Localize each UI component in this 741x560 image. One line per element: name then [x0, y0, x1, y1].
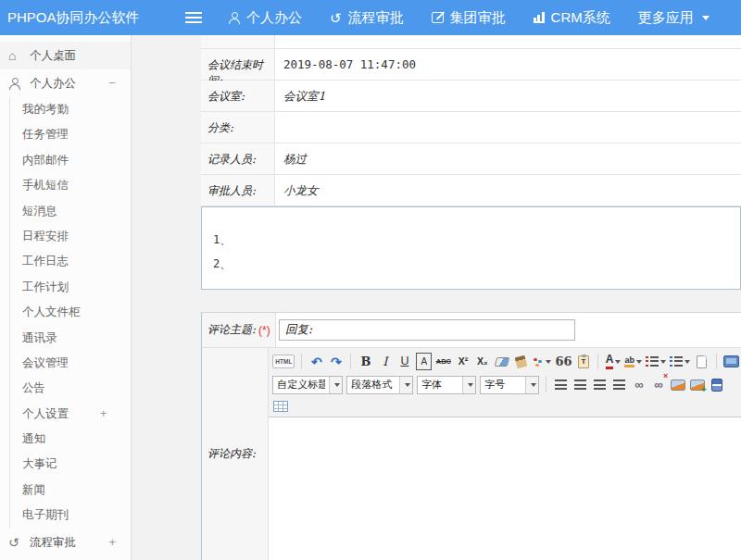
- toolbar-row-3: [270, 396, 741, 416]
- insert-media-icon[interactable]: [709, 376, 724, 393]
- rich-text-editor: HTML ↶ ↷ B I U A ABC X² X₂: [269, 348, 741, 560]
- sidebar-item-file-cabinet[interactable]: 个人文件柜: [10, 300, 131, 325]
- field-label: 会议室:: [201, 81, 275, 111]
- app-title: PHPOA协同办公软件: [0, 9, 174, 27]
- field-label: 会议结束时间:: [201, 49, 275, 80]
- align-justify-icon[interactable]: [611, 376, 627, 393]
- sidebar-item-task-management[interactable]: 任务管理: [10, 122, 131, 147]
- unordered-list-button[interactable]: [670, 353, 690, 370]
- align-center-icon[interactable]: [572, 376, 588, 393]
- content-line: 1、: [213, 228, 740, 252]
- comment-subject-input[interactable]: [279, 319, 575, 341]
- sidebar-item-meeting-management[interactable]: 会议管理: [10, 351, 131, 376]
- table-row-category: 分类:: [201, 112, 741, 143]
- table-row-meeting-room: 会议室: 会议室1: [201, 81, 741, 112]
- sidebar-item-internal-mail[interactable]: 内部邮件: [10, 148, 131, 173]
- paste-as-text-icon[interactable]: T: [575, 353, 591, 370]
- sidebar-item-notice[interactable]: 通知: [10, 427, 131, 452]
- content-line: 2、: [213, 252, 740, 276]
- subscript-button[interactable]: X₂: [474, 353, 490, 370]
- table-row-end-time: 会议结束时间: 2019-08-07 11:47:00: [201, 49, 741, 81]
- paragraph-format-select[interactable]: 段落格式: [346, 376, 413, 394]
- eraser-icon[interactable]: [494, 353, 509, 370]
- font-size-select[interactable]: 字号: [480, 376, 539, 394]
- font-color-button[interactable]: A: [605, 353, 621, 370]
- nav-personal-office[interactable]: 个人办公: [228, 9, 302, 27]
- redo-icon[interactable]: ↷: [328, 353, 344, 370]
- nav-workflow-approval[interactable]: ↺ 流程审批: [330, 9, 404, 27]
- expand-icon[interactable]: +: [108, 529, 116, 556]
- expand-icon[interactable]: +: [100, 402, 107, 427]
- field-value: 会议室1: [275, 81, 741, 111]
- font-family-select[interactable]: 字体: [417, 376, 476, 394]
- superscript-button[interactable]: X²: [455, 353, 471, 370]
- person-icon: [228, 12, 240, 24]
- sidebar-item-e-journal[interactable]: 电子期刊: [10, 503, 131, 528]
- sidebar-item-work-log[interactable]: 工作日志: [10, 249, 131, 274]
- html-source-button[interactable]: HTML: [272, 355, 295, 368]
- italic-button[interactable]: I: [377, 353, 393, 370]
- comment-subject-row: 评论主题: (*): [202, 313, 741, 348]
- field-value: 小龙女: [275, 175, 741, 205]
- bold-button[interactable]: B: [358, 353, 373, 370]
- sidebar-item-attendance[interactable]: 我的考勤: [10, 97, 131, 122]
- chevron-down-icon: [702, 16, 710, 20]
- align-right-icon[interactable]: [592, 376, 608, 393]
- highlight-color-button[interactable]: ab: [624, 353, 642, 370]
- insert-table-icon[interactable]: [272, 397, 288, 415]
- new-page-icon[interactable]: [694, 353, 710, 370]
- sidebar-item-personal-office[interactable]: 个人办公 −: [0, 69, 131, 97]
- align-left-icon[interactable]: [553, 376, 569, 393]
- field-value: 2019-08-07 11:47:00: [275, 49, 741, 80]
- sidebar-item-sms[interactable]: 手机短信: [10, 173, 131, 198]
- strikethrough-button[interactable]: ABC: [435, 353, 451, 370]
- top-navigation: 个人办公 ↺ 流程审批 集团审批 CRM系统 更多应用: [228, 9, 737, 27]
- undo-icon[interactable]: ↶: [308, 353, 324, 370]
- font-style-button[interactable]: A: [416, 353, 432, 370]
- history-icon: ↺: [8, 529, 22, 556]
- chevron-down-icon: [462, 377, 475, 393]
- sidebar-item-work-plan[interactable]: 工作计划: [10, 275, 131, 300]
- table-row-recorder: 记录人员: 杨过: [201, 143, 741, 175]
- editor-content-area[interactable]: [269, 417, 741, 560]
- sidebar-item-personal-settings[interactable]: 个人设置 +: [10, 402, 131, 427]
- sidebar-item-desktop[interactable]: ⌂ 个人桌面: [0, 42, 131, 69]
- blockquote-button[interactable]: 66: [555, 353, 571, 370]
- insert-image-icon[interactable]: [670, 376, 685, 393]
- bar-chart-icon: [534, 12, 545, 23]
- collapse-icon[interactable]: −: [108, 69, 116, 97]
- nav-more-apps[interactable]: 更多应用: [638, 9, 710, 27]
- fullscreen-icon[interactable]: [723, 353, 739, 370]
- format-painter-icon[interactable]: [513, 353, 529, 370]
- comment-form: 评论主题: (*) 评论内容: HTML ↶ ↷ B I: [201, 312, 741, 560]
- edit-icon: [432, 12, 444, 23]
- color-pen-icon[interactable]: [533, 353, 551, 370]
- person-icon: [8, 78, 20, 90]
- menu-toggle-icon[interactable]: [185, 17, 202, 19]
- sidebar-item-short-message[interactable]: 短消息: [10, 199, 131, 224]
- sidebar-item-news[interactable]: 新闻: [10, 478, 131, 503]
- nav-crm-system[interactable]: CRM系统: [534, 9, 610, 27]
- remove-link-icon[interactable]: ∞: [650, 376, 666, 393]
- sidebar-item-major-events[interactable]: 大事记: [10, 452, 131, 477]
- meeting-detail-table: 会议结束时间: 2019-08-07 11:47:00 会议室: 会议室1 分类…: [201, 35, 741, 206]
- sidebar-item-contacts[interactable]: 通讯录: [10, 326, 131, 351]
- sidebar-item-workflow-approval[interactable]: ↺ 流程审批 +: [0, 529, 131, 556]
- home-icon: ⌂: [8, 42, 22, 69]
- field-value: [275, 112, 741, 143]
- editor-toolbar: HTML ↶ ↷ B I U A ABC X² X₂: [269, 348, 741, 417]
- meeting-content-box: 1、 2、: [201, 206, 741, 290]
- insert-link-icon[interactable]: ∞: [631, 376, 647, 393]
- ordered-list-button[interactable]: [646, 353, 666, 370]
- sidebar-item-announcement[interactable]: 公告: [10, 376, 131, 401]
- underline-button[interactable]: U: [396, 353, 412, 370]
- history-icon: ↺: [330, 11, 342, 25]
- upload-image-icon[interactable]: [689, 376, 705, 393]
- nav-group-approval[interactable]: 集团审批: [432, 9, 506, 27]
- chevron-down-icon: [329, 377, 342, 393]
- comment-content-row: 评论内容: HTML ↶ ↷ B I U A ABC X²: [202, 348, 741, 560]
- sidebar: ⌂ 个人桌面 个人办公 − 我的考勤 任务管理 内部邮件 手机短信 短消息 日程…: [0, 35, 132, 560]
- custom-title-select[interactable]: 自定义标题: [272, 376, 343, 394]
- chevron-down-icon: [399, 377, 412, 393]
- sidebar-item-schedule[interactable]: 日程安排: [10, 224, 131, 249]
